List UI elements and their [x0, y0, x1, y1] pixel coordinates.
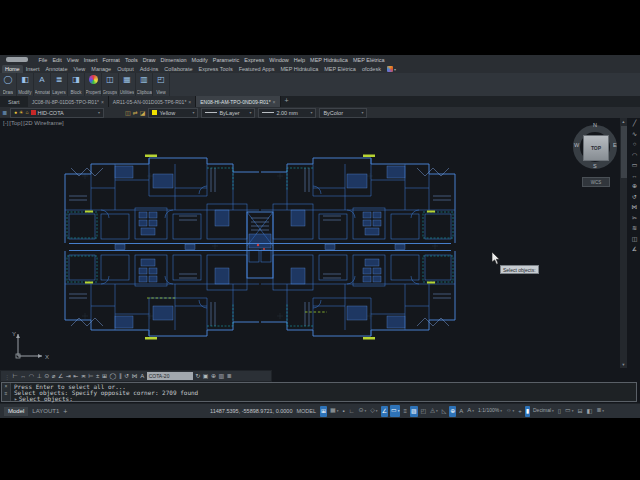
- erase-icon[interactable]: ◫: [632, 236, 638, 242]
- dim-quick-icon[interactable]: ⇥: [66, 371, 71, 381]
- file-tab-1[interactable]: JC08-IN-8P-01D05-TPO-R01* ×: [28, 96, 109, 107]
- ribbon-panel[interactable]: ◯ Draw: [0, 73, 17, 96]
- dim-settings-icon[interactable]: ≣: [227, 371, 232, 381]
- tab-add-ins[interactable]: Add-ins: [137, 65, 162, 73]
- lineweight-combo[interactable]: 2.00 mm: [258, 108, 316, 118]
- offset-icon[interactable]: ≋: [632, 225, 637, 231]
- ribbon-panel[interactable]: ≣ Layers: [51, 73, 68, 96]
- drawing-canvas[interactable]: [-][Top][2D Wireframe]: [0, 118, 640, 403]
- circle-icon[interactable]: ○: [633, 141, 637, 147]
- dim-space-icon[interactable]: ⊨: [88, 371, 93, 381]
- tab-mep-hidraulica[interactable]: MEP Hidráulica: [277, 65, 321, 73]
- layer-state-icon[interactable]: ◪: [140, 109, 146, 116]
- ribbon-panel[interactable]: Properties: [85, 73, 102, 96]
- dim-continue-icon[interactable]: ≍: [81, 371, 86, 381]
- workspace-switching-icon[interactable]: ☼: [505, 405, 515, 417]
- ribbon-panel[interactable]: ◨ Block: [68, 73, 85, 96]
- toolbar-grip[interactable]: ⋮: [4, 373, 10, 380]
- tab-close-icon[interactable]: ×: [273, 99, 276, 105]
- annotation-autoscale-icon[interactable]: A: [466, 405, 475, 417]
- new-layout-button[interactable]: +: [63, 408, 67, 415]
- quick-access-fragment[interactable]: [6, 57, 28, 62]
- viewport-visual-style-control[interactable]: [2D Wireframe]: [23, 120, 63, 126]
- dim-layer-icon[interactable]: ▥: [218, 371, 224, 381]
- menu-draw[interactable]: Draw: [140, 57, 158, 63]
- polar-tracking-icon[interactable]: ⊙: [358, 405, 368, 417]
- ribbon-panel[interactable]: ▥ Clipboard: [136, 73, 153, 96]
- layer-properties-icon[interactable]: ≣: [2, 109, 7, 116]
- object-color-combo[interactable]: Yellow: [148, 108, 198, 118]
- dim-baseline-icon[interactable]: ⇤: [73, 371, 78, 381]
- dim-angular-icon[interactable]: ∠: [58, 371, 63, 381]
- previous-layer-icon[interactable]: ⇄: [133, 109, 138, 116]
- tab-insert[interactable]: Insert: [23, 65, 43, 73]
- menu-modify[interactable]: Modify: [189, 57, 210, 63]
- menu-view[interactable]: View: [64, 57, 81, 63]
- tab-home[interactable]: Home: [2, 65, 23, 73]
- menu-edit[interactable]: Edit: [50, 57, 64, 63]
- line-icon[interactable]: ╱: [633, 120, 637, 126]
- tolerance-icon[interactable]: ⊞: [102, 371, 107, 381]
- polyline-icon[interactable]: ∿: [632, 131, 637, 137]
- menu-tools[interactable]: Tools: [122, 57, 140, 63]
- rotate-icon[interactable]: ↺: [632, 194, 637, 200]
- snap-mode-icon[interactable]: ▦: [329, 405, 339, 417]
- layer-freeze-icon[interactable]: ☀: [19, 110, 23, 115]
- plot-style-combo[interactable]: ByColor: [319, 108, 367, 118]
- viewcube-south[interactable]: S: [593, 163, 597, 169]
- vertical-scrollbar[interactable]: ▴ ▾: [620, 118, 627, 368]
- ribbon-panel[interactable]: ◧ Modify: [17, 73, 34, 96]
- tab-express-tools[interactable]: Express Tools: [196, 65, 236, 73]
- dynamic-ucs-icon[interactable]: ◺: [441, 406, 448, 417]
- 3d-object-snap-icon[interactable]: ◬: [429, 405, 438, 417]
- trim-icon[interactable]: ✂: [632, 215, 637, 221]
- model-tab[interactable]: Model: [4, 407, 28, 416]
- tab-annotate[interactable]: Annotate: [42, 65, 70, 73]
- dim-style-icon[interactable]: ▣: [203, 371, 209, 381]
- scroll-up-icon[interactable]: ▴: [620, 118, 627, 125]
- grid-icon[interactable]: ⊞: [320, 406, 327, 417]
- dim-ordinate-icon[interactable]: ⊥: [36, 371, 41, 381]
- menu-help[interactable]: Help: [291, 57, 307, 63]
- ribbon-panel[interactable]: ◫ Groups: [102, 73, 119, 96]
- file-tab-3[interactable]: EN08-HI-AM-TPO-0ND09-R01* ×: [196, 96, 280, 107]
- object-snap-icon[interactable]: ▭: [390, 405, 400, 417]
- ucs-selector[interactable]: WCS: [582, 177, 610, 187]
- space-indicator[interactable]: MODEL: [296, 408, 316, 414]
- units-label[interactable]: Decimal: [532, 405, 555, 417]
- graphics-performance-icon[interactable]: ▯: [557, 406, 562, 417]
- tab-manage[interactable]: Manage: [88, 65, 114, 73]
- isolate-objects-icon[interactable]: ▮: [525, 406, 530, 417]
- dim-inspect-icon[interactable]: ∥: [119, 371, 122, 381]
- dim-radius-icon[interactable]: ⊙: [44, 371, 49, 381]
- tab-close-icon[interactable]: ×: [101, 99, 104, 105]
- match-layer-icon[interactable]: ◫: [125, 109, 131, 116]
- tab-output[interactable]: Output: [114, 65, 137, 73]
- dim-update-icon[interactable]: ↻: [195, 371, 200, 381]
- layer-lock-icon[interactable]: ⌂: [26, 110, 29, 115]
- dim-arc-length-icon[interactable]: ◠: [29, 371, 34, 381]
- menu-mep-hidraulica[interactable]: MEP Hidráulica: [308, 57, 351, 63]
- viewcube-top-face[interactable]: TOP: [583, 135, 609, 161]
- new-tab-button[interactable]: +: [281, 96, 293, 107]
- menu-parametric[interactable]: Parametric: [210, 57, 242, 63]
- linetype-combo[interactable]: ByLayer: [201, 108, 255, 118]
- annotation-visibility-icon[interactable]: A: [458, 406, 464, 417]
- viewport-view-control[interactable]: [Top]: [9, 120, 22, 126]
- ribbon-panel[interactable]: A Annotati...: [34, 73, 51, 96]
- dim-linear-icon[interactable]: ⊢: [13, 371, 18, 381]
- rectangle-icon[interactable]: ▭: [632, 162, 638, 168]
- lock-ui-icon[interactable]: ⊟: [577, 406, 584, 417]
- dim-override-icon[interactable]: ⊕: [211, 371, 216, 381]
- tab-ofcdesk[interactable]: ofcdesk: [359, 65, 384, 73]
- viewcube-west[interactable]: W: [574, 142, 579, 148]
- ofcdesk-icon[interactable]: [387, 66, 393, 72]
- dim-text-edit-icon[interactable]: A: [140, 371, 144, 381]
- menu-window[interactable]: Window: [267, 57, 292, 63]
- layout1-tab[interactable]: LAYOUT1: [32, 408, 59, 414]
- tab-close-icon[interactable]: ×: [188, 99, 191, 105]
- menu-file[interactable]: File: [36, 57, 50, 63]
- annotation-monitor-icon[interactable]: +: [517, 406, 523, 417]
- object-snap-tracking-icon[interactable]: ∠: [381, 406, 388, 417]
- measure-icon[interactable]: ∡: [632, 246, 637, 252]
